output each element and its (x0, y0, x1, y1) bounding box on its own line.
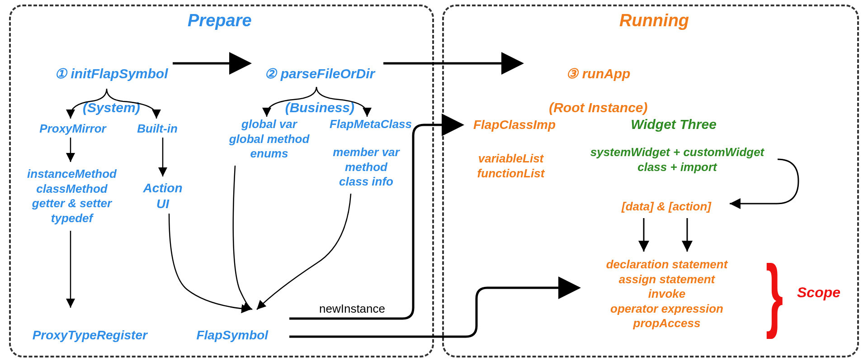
step2-parseFileOrDir: ② parseFileOrDir (Business) (250, 48, 382, 116)
built-in: Built-in (126, 121, 189, 136)
step1-num: ① (55, 66, 67, 81)
scope: Scope (789, 283, 848, 301)
proxy-type-register: ProxyTypeRegister (System symbol） (16, 311, 156, 362)
flap-symbol: FlapSymbol (custom Symbol） (170, 311, 288, 362)
step1-initFlapSymbol: ① initFlapSymbol (System) (44, 48, 171, 116)
proxy-mirror: ProxyMirror (30, 121, 116, 136)
global-var: global var global method enums (216, 117, 322, 161)
flap-meta-class: FlapMetaClass (321, 117, 420, 132)
step2-sub: (Business) (285, 100, 354, 115)
action-ui: Action UI (136, 180, 190, 212)
var-func-list: variableList functionList (457, 151, 565, 181)
step3-runApp: ③ runApp (Root Instance) (524, 48, 665, 116)
statements: declaration statement assign statement i… (583, 257, 750, 331)
prepare-title: Prepare (188, 11, 252, 30)
data-action: [data] & [action] (608, 199, 725, 214)
flap-class-imp: FlapClassImp (465, 117, 564, 133)
widget-three: Widget Three (615, 116, 732, 133)
step2-name: parseFileOrDir (281, 66, 375, 81)
flap-symbol-name: FlapSymbol (196, 328, 268, 342)
step2-num: ② (264, 66, 277, 81)
step1-name: initFlapSymbol (71, 66, 168, 81)
widget-details: systemWidget + customWidget class + impo… (578, 145, 777, 174)
scope-brace: } (766, 253, 783, 335)
proxy-type-register-name: ProxyTypeRegister (33, 328, 147, 342)
member-var: member var method class info (316, 145, 416, 189)
step3-sub: (Root Instance) (549, 100, 647, 115)
step3-name: runApp (582, 66, 631, 81)
step1-sub: (System) (83, 100, 140, 115)
instance-block: instanceMethod classMethod getter & sett… (11, 167, 133, 225)
running-title: Running (619, 11, 689, 30)
new-instance: newInstance (309, 301, 395, 316)
step3-num: ③ (566, 66, 578, 81)
